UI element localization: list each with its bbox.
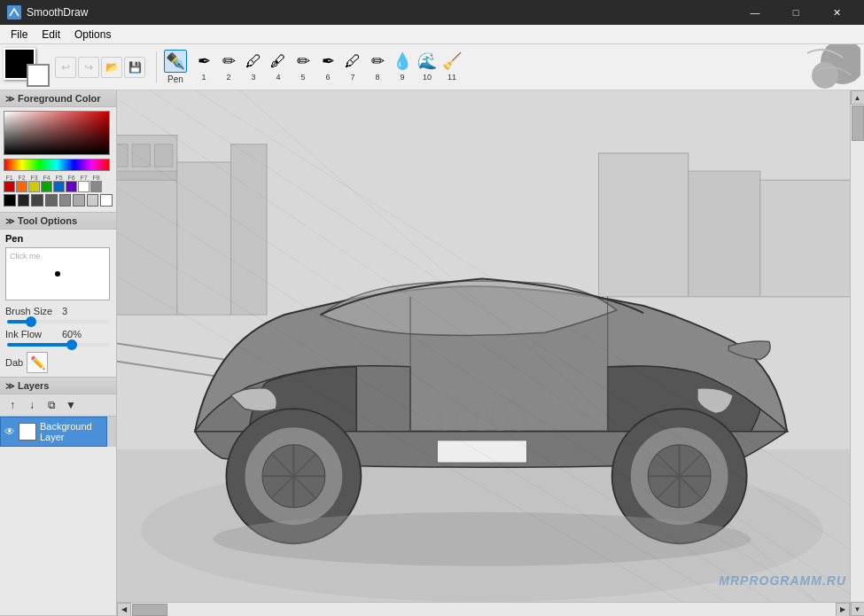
layer-item[interactable]: 👁 Background Layer	[0, 417, 107, 447]
fg-color-arrow-icon: ≫	[5, 94, 14, 104]
fn8-swatch[interactable]: F8	[90, 175, 102, 192]
menu-options[interactable]: Options	[67, 27, 118, 43]
gray-3[interactable]	[45, 194, 58, 207]
fn8-color[interactable]	[90, 181, 102, 192]
tool-6-btn[interactable]: ✒	[316, 50, 339, 73]
tool-3-num: 3	[251, 73, 255, 82]
fn1-swatch[interactable]: F1	[4, 175, 15, 192]
gray-7[interactable]	[100, 194, 113, 207]
tool-3-wrap: 🖊 3	[242, 50, 265, 82]
layer-list-scrollbar[interactable]	[107, 417, 116, 447]
v-scroll-thumb[interactable]	[852, 105, 864, 141]
fn7-swatch[interactable]: F7	[78, 175, 90, 192]
fn2-swatch[interactable]: F2	[16, 175, 27, 192]
gray-1[interactable]	[18, 194, 30, 207]
fn7-color[interactable]	[78, 181, 90, 192]
fn3-color[interactable]	[28, 181, 40, 192]
grayscale-swatches	[4, 194, 113, 207]
gray-6[interactable]	[87, 194, 99, 207]
fn3-swatch[interactable]: F3	[28, 175, 40, 192]
foreground-color-section: ≫ Foreground Color F1 F2	[0, 90, 116, 213]
tool-10-btn[interactable]: 🌊	[416, 50, 439, 73]
undo-button[interactable]: ↩	[55, 57, 76, 78]
app-icon	[7, 5, 21, 19]
svg-rect-7	[154, 144, 172, 167]
click-me-label: Click me	[10, 252, 41, 261]
fn5-swatch[interactable]: F5	[53, 175, 65, 192]
tool-7-btn[interactable]: 🖊	[341, 50, 364, 73]
h-scrollbar[interactable]: ◀ ▶	[117, 602, 850, 616]
scroll-up-btn[interactable]: ▲	[851, 90, 865, 105]
minimize-button[interactable]: —	[735, 0, 775, 25]
svg-rect-9	[177, 162, 231, 315]
tool-options-header[interactable]: ≫ Tool Options	[0, 213, 116, 230]
dab-btn[interactable]: ✏️	[27, 352, 48, 373]
layer-down-btn[interactable]: ↓	[23, 396, 41, 414]
fn4-swatch[interactable]: F4	[41, 175, 52, 192]
fg-color-panel: F1 F2 F3 F4	[0, 107, 116, 212]
drawing-canvas[interactable]: MRPROGRAMM.RU	[117, 90, 850, 602]
tool-6-num: 6	[325, 73, 330, 82]
close-button[interactable]: ✕	[816, 0, 857, 25]
tool-5-btn[interactable]: ✏	[292, 50, 315, 73]
maximize-button[interactable]: □	[775, 0, 816, 25]
foreground-color-header[interactable]: ≫ Foreground Color	[0, 90, 116, 107]
svg-rect-0	[7, 5, 21, 19]
pen-tool-large[interactable]: ✒️	[164, 50, 187, 73]
v-scrollbar[interactable]: ▲ ▼	[850, 90, 864, 616]
tool-options-label: Tool Options	[18, 215, 77, 226]
layer-name-bottom: Layer	[40, 432, 92, 442]
tool-9-wrap: 💧 9	[391, 50, 414, 82]
tool-3-btn[interactable]: 🖊	[242, 50, 265, 73]
save-button[interactable]: 💾	[124, 57, 145, 78]
color-selector[interactable]	[4, 48, 50, 87]
fn6-swatch[interactable]: F6	[66, 175, 77, 192]
gray-5[interactable]	[73, 194, 85, 207]
gray-0[interactable]	[4, 194, 16, 207]
current-tool-name: Pen	[5, 233, 111, 244]
background-color-box[interactable]	[27, 64, 50, 87]
tool-2-btn[interactable]: ✏	[217, 50, 240, 73]
layer-copy-btn[interactable]: ⧉	[43, 396, 60, 414]
h-scroll-thumb[interactable]	[132, 604, 167, 616]
layer-new-btn[interactable]: ▼	[62, 396, 80, 414]
tool-5-wrap: ✏ 5	[292, 50, 315, 82]
tool-1-btn[interactable]: ✒	[192, 50, 215, 73]
selected-tool-label: Pen	[167, 74, 183, 84]
v-scroll-track[interactable]	[851, 105, 864, 602]
menu-file[interactable]: File	[4, 27, 35, 43]
main-toolbar: ↩ ↪ 📂 💾 ✒️ Pen ✒ 1 ✏ 2 🖊 3 🖋 4 ✏	[0, 44, 864, 90]
fn1-color[interactable]	[4, 181, 15, 192]
redo-button[interactable]: ↪	[78, 57, 99, 78]
color-gradient-picker[interactable]	[4, 111, 110, 155]
scroll-left-btn[interactable]: ◀	[117, 603, 131, 617]
scroll-right-btn[interactable]: ▶	[836, 603, 850, 617]
layer-name-container: Background Layer	[40, 421, 92, 442]
layer-up-btn[interactable]: ↑	[4, 396, 21, 414]
title-bar: SmoothDraw — □ ✕	[0, 0, 864, 25]
gray-4[interactable]	[59, 194, 72, 207]
layer-visibility-icon[interactable]: 👁	[4, 425, 15, 438]
fn5-color[interactable]	[53, 181, 65, 192]
scroll-down-btn[interactable]: ▼	[851, 602, 865, 616]
h-scroll-track[interactable]	[131, 603, 836, 617]
brush-size-slider[interactable]	[5, 320, 111, 324]
car-sketch-svg	[117, 90, 850, 602]
ink-flow-slider[interactable]	[5, 343, 111, 347]
tool-8-btn[interactable]: ✏	[366, 50, 389, 73]
layers-header[interactable]: ≫ Layers	[0, 378, 116, 394]
fn2-color[interactable]	[16, 181, 27, 192]
svg-rect-6	[132, 144, 150, 167]
open-button[interactable]: 📂	[101, 57, 122, 78]
gray-2[interactable]	[31, 194, 43, 207]
ink-flow-value: 60%	[62, 329, 82, 339]
tool-9-btn[interactable]: 💧	[391, 50, 414, 73]
tool-11-btn[interactable]: 🧹	[440, 50, 463, 73]
pen-preview[interactable]: Click me	[5, 247, 110, 300]
tool-4-btn[interactable]: 🖋	[267, 50, 290, 73]
fn6-color[interactable]	[66, 181, 77, 192]
fn4-color[interactable]	[41, 181, 52, 192]
hue-slider[interactable]	[4, 159, 110, 171]
menu-edit[interactable]: Edit	[35, 27, 67, 43]
canvas-with-vscroll: MRPROGRAMM.RU ◀ ▶ ▲ ▼	[117, 90, 864, 616]
